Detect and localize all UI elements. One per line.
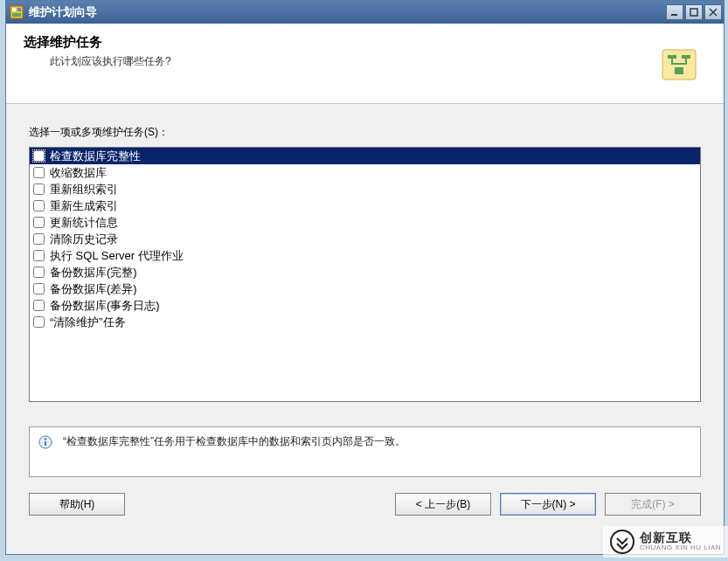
window-title: 维护计划向导 [29, 4, 666, 20]
window-controls [666, 4, 722, 20]
watermark-main: 创新互联 [640, 531, 721, 544]
task-item[interactable]: 重新生成索引 [30, 197, 700, 214]
wizard-icon [10, 5, 24, 19]
task-item[interactable]: 执行 SQL Server 代理作业 [30, 247, 700, 264]
minimize-button[interactable] [666, 4, 683, 20]
svg-rect-11 [675, 67, 683, 74]
task-label: 重新组织索引 [50, 182, 118, 197]
task-label: 执行 SQL Server 代理作业 [50, 248, 184, 264]
content-area: 选择一项或多项维护任务(S)： 检查数据库完整性收缩数据库重新组织索引重新生成索… [6, 104, 724, 411]
task-checkbox[interactable] [33, 217, 45, 228]
wizard-header: 选择维护任务 此计划应该执行哪些任务? [6, 24, 724, 104]
task-checkbox[interactable] [33, 267, 45, 278]
task-item[interactable]: 备份数据库(差异) [30, 280, 700, 297]
svg-point-13 [45, 438, 47, 440]
task-checkbox[interactable] [33, 283, 45, 294]
task-item[interactable]: “清除维护”任务 [30, 314, 700, 330]
task-list-label: 选择一项或多项维护任务(S)： [29, 125, 701, 140]
task-label: 备份数据库(事务日志) [50, 298, 160, 314]
task-label: 更新统计信息 [50, 215, 118, 231]
wizard-window: 维护计划向导 选择维护任务 此计划应该执行哪些任务? 选择一项或多项维护任务(S… [5, 0, 725, 555]
info-panel: “检查数据库完整性”任务用于检查数据库中的数据和索引页内部是否一致。 [29, 426, 701, 477]
task-checkbox[interactable] [33, 200, 45, 211]
server-workflow-icon [657, 43, 701, 87]
task-checkbox[interactable] [33, 184, 45, 195]
task-checkbox[interactable] [33, 300, 45, 311]
task-item[interactable]: 重新组织索引 [30, 181, 700, 197]
task-checkbox[interactable] [33, 316, 45, 328]
watermark-sub: CHUANG XIN HU LIAN [640, 544, 721, 552]
task-label: 清除历史记录 [50, 232, 118, 247]
next-button[interactable]: 下一步(N) > [500, 493, 596, 516]
task-label: “清除维护”任务 [50, 315, 126, 330]
svg-rect-2 [17, 8, 21, 11]
button-row: 帮助(H) < 上一步(B) 下一步(N) > 完成(F) > [6, 477, 724, 516]
task-list[interactable]: 检查数据库完整性收缩数据库重新组织索引重新生成索引更新统计信息清除历史记录执行 … [29, 147, 701, 402]
help-button[interactable]: 帮助(H) [29, 493, 125, 516]
svg-rect-9 [668, 55, 676, 59]
task-item[interactable]: 检查数据库完整性 [30, 148, 700, 164]
svg-rect-5 [690, 9, 697, 16]
watermark: 创新互联 CHUANG XIN HU LIAN [603, 526, 728, 558]
back-button[interactable]: < 上一步(B) [395, 493, 491, 516]
task-label: 检查数据库完整性 [50, 149, 141, 164]
info-icon [38, 435, 52, 449]
svg-rect-14 [45, 441, 46, 446]
task-label: 重新生成索引 [50, 198, 118, 214]
task-item[interactable]: 收缩数据库 [30, 164, 700, 181]
page-title: 选择维护任务 [24, 34, 657, 51]
watermark-logo-icon [610, 530, 634, 554]
task-checkbox[interactable] [33, 167, 45, 178]
task-item[interactable]: 备份数据库(完整) [30, 264, 700, 280]
info-text: “检查数据库完整性”任务用于检查数据库中的数据和索引页内部是否一致。 [63, 434, 406, 449]
task-item[interactable]: 备份数据库(事务日志) [30, 297, 700, 314]
close-button[interactable] [704, 4, 722, 20]
titlebar: 维护计划向导 [6, 1, 724, 24]
page-subtitle: 此计划应该执行哪些任务? [50, 54, 657, 69]
task-item[interactable]: 更新统计信息 [30, 214, 700, 231]
maximize-button[interactable] [685, 4, 703, 20]
task-label: 备份数据库(完整) [50, 265, 137, 280]
task-label: 备份数据库(差异) [50, 281, 137, 297]
task-checkbox[interactable] [33, 150, 45, 162]
task-checkbox[interactable] [33, 233, 45, 245]
svg-rect-3 [12, 13, 21, 17]
svg-rect-10 [682, 55, 690, 59]
task-checkbox[interactable] [33, 250, 45, 261]
task-item[interactable]: 清除历史记录 [30, 231, 700, 247]
svg-rect-1 [12, 8, 16, 11]
finish-button: 完成(F) > [605, 493, 701, 516]
task-label: 收缩数据库 [50, 165, 107, 181]
